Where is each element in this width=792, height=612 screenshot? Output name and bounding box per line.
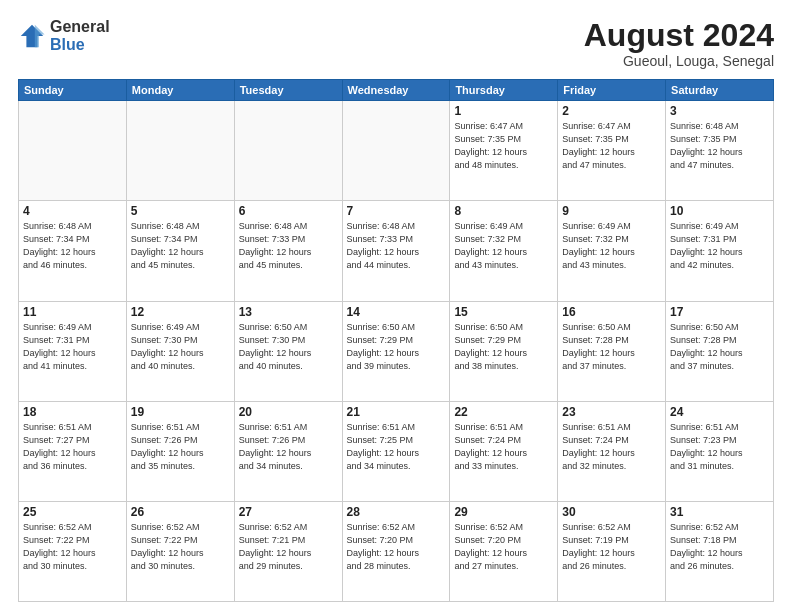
month-year: August 2024 (584, 18, 774, 53)
day-info: Sunrise: 6:52 AM Sunset: 7:20 PM Dayligh… (347, 521, 446, 573)
day-number: 13 (239, 305, 338, 319)
location: Gueoul, Louga, Senegal (584, 53, 774, 69)
day-number: 19 (131, 405, 230, 419)
day-number: 31 (670, 505, 769, 519)
day-info: Sunrise: 6:49 AM Sunset: 7:32 PM Dayligh… (454, 220, 553, 272)
calendar-cell: 23Sunrise: 6:51 AM Sunset: 7:24 PM Dayli… (558, 401, 666, 501)
day-info: Sunrise: 6:51 AM Sunset: 7:26 PM Dayligh… (131, 421, 230, 473)
calendar-header-row: SundayMondayTuesdayWednesdayThursdayFrid… (19, 80, 774, 101)
calendar-cell: 15Sunrise: 6:50 AM Sunset: 7:29 PM Dayli… (450, 301, 558, 401)
svg-marker-0 (21, 24, 43, 46)
day-number: 27 (239, 505, 338, 519)
day-info: Sunrise: 6:48 AM Sunset: 7:34 PM Dayligh… (131, 220, 230, 272)
day-number: 29 (454, 505, 553, 519)
calendar-week-row: 18Sunrise: 6:51 AM Sunset: 7:27 PM Dayli… (19, 401, 774, 501)
calendar-day-header: Tuesday (234, 80, 342, 101)
day-number: 16 (562, 305, 661, 319)
page: General Blue August 2024 Gueoul, Louga, … (0, 0, 792, 612)
calendar-cell: 22Sunrise: 6:51 AM Sunset: 7:24 PM Dayli… (450, 401, 558, 501)
calendar-day-header: Wednesday (342, 80, 450, 101)
header: General Blue August 2024 Gueoul, Louga, … (18, 18, 774, 69)
calendar-week-row: 11Sunrise: 6:49 AM Sunset: 7:31 PM Dayli… (19, 301, 774, 401)
day-number: 24 (670, 405, 769, 419)
day-number: 21 (347, 405, 446, 419)
day-info: Sunrise: 6:48 AM Sunset: 7:33 PM Dayligh… (239, 220, 338, 272)
day-number: 20 (239, 405, 338, 419)
calendar-cell: 12Sunrise: 6:49 AM Sunset: 7:30 PM Dayli… (126, 301, 234, 401)
logo-icon (18, 22, 46, 50)
day-info: Sunrise: 6:50 AM Sunset: 7:28 PM Dayligh… (670, 321, 769, 373)
day-number: 9 (562, 204, 661, 218)
day-info: Sunrise: 6:48 AM Sunset: 7:35 PM Dayligh… (670, 120, 769, 172)
day-number: 25 (23, 505, 122, 519)
day-number: 4 (23, 204, 122, 218)
day-info: Sunrise: 6:52 AM Sunset: 7:20 PM Dayligh… (454, 521, 553, 573)
day-info: Sunrise: 6:49 AM Sunset: 7:30 PM Dayligh… (131, 321, 230, 373)
calendar-day-header: Friday (558, 80, 666, 101)
day-info: Sunrise: 6:50 AM Sunset: 7:28 PM Dayligh… (562, 321, 661, 373)
logo-general: General (50, 18, 110, 36)
day-info: Sunrise: 6:52 AM Sunset: 7:22 PM Dayligh… (23, 521, 122, 573)
day-number: 7 (347, 204, 446, 218)
calendar-cell: 6Sunrise: 6:48 AM Sunset: 7:33 PM Daylig… (234, 201, 342, 301)
logo-blue: Blue (50, 36, 110, 54)
day-number: 30 (562, 505, 661, 519)
calendar-week-row: 25Sunrise: 6:52 AM Sunset: 7:22 PM Dayli… (19, 501, 774, 601)
calendar-cell: 4Sunrise: 6:48 AM Sunset: 7:34 PM Daylig… (19, 201, 127, 301)
day-number: 23 (562, 405, 661, 419)
day-number: 6 (239, 204, 338, 218)
calendar-cell: 13Sunrise: 6:50 AM Sunset: 7:30 PM Dayli… (234, 301, 342, 401)
day-info: Sunrise: 6:47 AM Sunset: 7:35 PM Dayligh… (562, 120, 661, 172)
calendar-cell (19, 101, 127, 201)
day-info: Sunrise: 6:49 AM Sunset: 7:31 PM Dayligh… (23, 321, 122, 373)
calendar-cell: 19Sunrise: 6:51 AM Sunset: 7:26 PM Dayli… (126, 401, 234, 501)
calendar-cell (126, 101, 234, 201)
day-info: Sunrise: 6:50 AM Sunset: 7:29 PM Dayligh… (347, 321, 446, 373)
calendar-cell: 28Sunrise: 6:52 AM Sunset: 7:20 PM Dayli… (342, 501, 450, 601)
calendar-cell (342, 101, 450, 201)
day-number: 14 (347, 305, 446, 319)
day-info: Sunrise: 6:50 AM Sunset: 7:29 PM Dayligh… (454, 321, 553, 373)
calendar-cell: 1Sunrise: 6:47 AM Sunset: 7:35 PM Daylig… (450, 101, 558, 201)
day-number: 1 (454, 104, 553, 118)
day-info: Sunrise: 6:50 AM Sunset: 7:30 PM Dayligh… (239, 321, 338, 373)
calendar-cell: 14Sunrise: 6:50 AM Sunset: 7:29 PM Dayli… (342, 301, 450, 401)
calendar-day-header: Saturday (666, 80, 774, 101)
day-number: 15 (454, 305, 553, 319)
day-info: Sunrise: 6:49 AM Sunset: 7:32 PM Dayligh… (562, 220, 661, 272)
day-number: 18 (23, 405, 122, 419)
calendar: SundayMondayTuesdayWednesdayThursdayFrid… (18, 79, 774, 602)
day-number: 22 (454, 405, 553, 419)
day-info: Sunrise: 6:51 AM Sunset: 7:26 PM Dayligh… (239, 421, 338, 473)
calendar-week-row: 1Sunrise: 6:47 AM Sunset: 7:35 PM Daylig… (19, 101, 774, 201)
title-area: August 2024 Gueoul, Louga, Senegal (584, 18, 774, 69)
calendar-day-header: Monday (126, 80, 234, 101)
logo-text: General Blue (50, 18, 110, 53)
calendar-cell: 17Sunrise: 6:50 AM Sunset: 7:28 PM Dayli… (666, 301, 774, 401)
day-number: 11 (23, 305, 122, 319)
calendar-cell: 2Sunrise: 6:47 AM Sunset: 7:35 PM Daylig… (558, 101, 666, 201)
calendar-cell: 26Sunrise: 6:52 AM Sunset: 7:22 PM Dayli… (126, 501, 234, 601)
day-number: 28 (347, 505, 446, 519)
calendar-cell: 25Sunrise: 6:52 AM Sunset: 7:22 PM Dayli… (19, 501, 127, 601)
day-number: 26 (131, 505, 230, 519)
calendar-cell: 7Sunrise: 6:48 AM Sunset: 7:33 PM Daylig… (342, 201, 450, 301)
day-number: 5 (131, 204, 230, 218)
day-info: Sunrise: 6:52 AM Sunset: 7:18 PM Dayligh… (670, 521, 769, 573)
day-info: Sunrise: 6:52 AM Sunset: 7:22 PM Dayligh… (131, 521, 230, 573)
day-info: Sunrise: 6:51 AM Sunset: 7:27 PM Dayligh… (23, 421, 122, 473)
calendar-cell: 30Sunrise: 6:52 AM Sunset: 7:19 PM Dayli… (558, 501, 666, 601)
day-info: Sunrise: 6:51 AM Sunset: 7:23 PM Dayligh… (670, 421, 769, 473)
calendar-cell: 9Sunrise: 6:49 AM Sunset: 7:32 PM Daylig… (558, 201, 666, 301)
day-number: 17 (670, 305, 769, 319)
day-info: Sunrise: 6:47 AM Sunset: 7:35 PM Dayligh… (454, 120, 553, 172)
calendar-cell: 27Sunrise: 6:52 AM Sunset: 7:21 PM Dayli… (234, 501, 342, 601)
day-info: Sunrise: 6:48 AM Sunset: 7:34 PM Dayligh… (23, 220, 122, 272)
calendar-cell: 16Sunrise: 6:50 AM Sunset: 7:28 PM Dayli… (558, 301, 666, 401)
calendar-cell (234, 101, 342, 201)
calendar-week-row: 4Sunrise: 6:48 AM Sunset: 7:34 PM Daylig… (19, 201, 774, 301)
day-number: 2 (562, 104, 661, 118)
day-info: Sunrise: 6:52 AM Sunset: 7:19 PM Dayligh… (562, 521, 661, 573)
calendar-cell: 18Sunrise: 6:51 AM Sunset: 7:27 PM Dayli… (19, 401, 127, 501)
calendar-day-header: Thursday (450, 80, 558, 101)
